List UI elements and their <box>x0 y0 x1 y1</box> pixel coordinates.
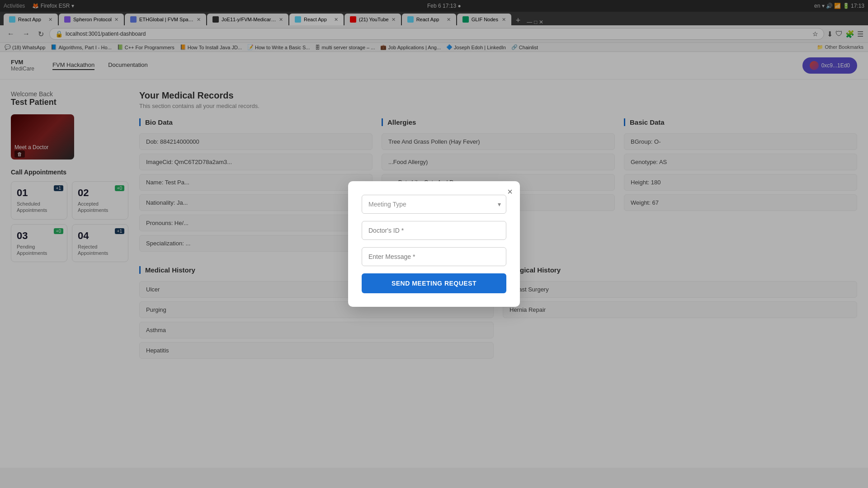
meeting-type-wrapper: Meeting Type ▾ <box>362 195 506 214</box>
doctor-id-input[interactable] <box>362 221 506 240</box>
meeting-modal: × Meeting Type ▾ SEND MEETING REQUEST <box>348 181 520 307</box>
modal-close-button[interactable]: × <box>507 187 513 197</box>
meeting-type-select[interactable]: Meeting Type <box>362 195 506 214</box>
modal-overlay[interactable]: × Meeting Type ▾ SEND MEETING REQUEST <box>0 0 868 468</box>
message-input[interactable] <box>362 247 506 266</box>
send-meeting-request-button[interactable]: SEND MEETING REQUEST <box>362 273 506 293</box>
